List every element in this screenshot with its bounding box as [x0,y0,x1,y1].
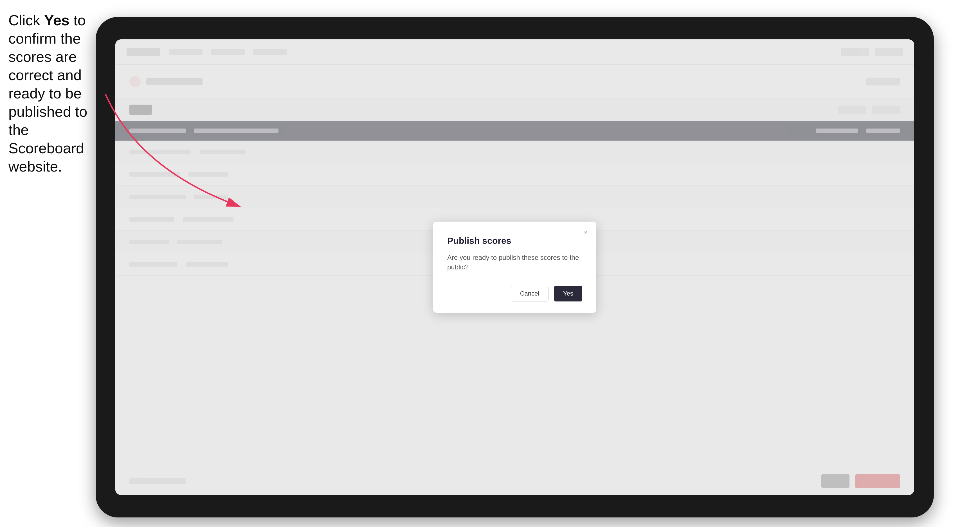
dialog-title: Publish scores [447,236,582,246]
dialog-close-button[interactable]: × [581,227,591,237]
publish-scores-dialog: × Publish scores Are you ready to publis… [433,222,596,313]
modal-overlay: × Publish scores Are you ready to publis… [115,40,914,495]
tablet-device: × Publish scores Are you ready to publis… [95,17,934,517]
dialog-message: Are you ready to publish these scores to… [447,253,582,271]
cancel-button[interactable]: Cancel [511,286,549,302]
yes-button[interactable]: Yes [554,286,582,302]
dialog-actions: Cancel Yes [447,286,582,302]
tablet-screen: × Publish scores Are you ready to publis… [115,40,914,495]
instruction-text: Click Yes to confirm the scores are corr… [8,11,90,176]
